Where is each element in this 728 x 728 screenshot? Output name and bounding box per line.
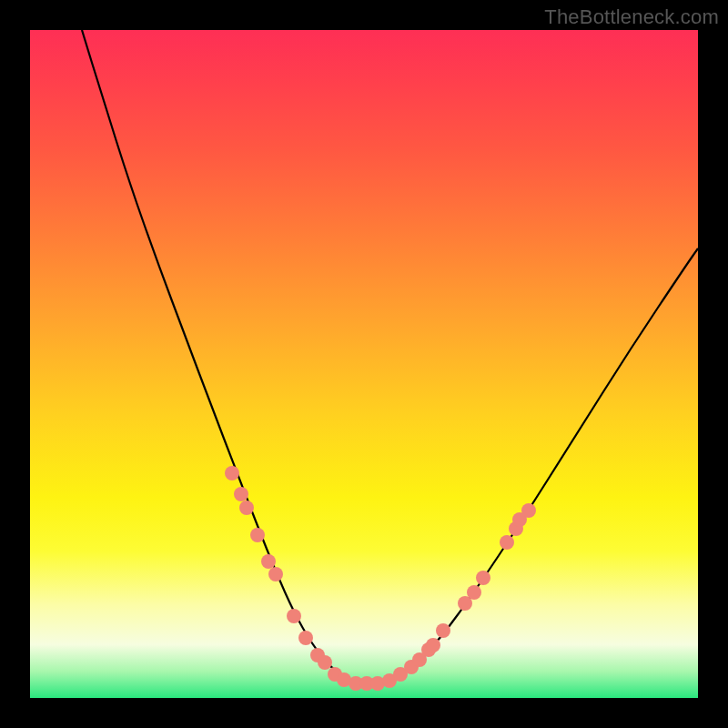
- watermark-text: TheBottleneck.com: [544, 5, 719, 29]
- gradient-background: [30, 30, 698, 698]
- chart-stage: TheBottleneck.com: [0, 0, 728, 728]
